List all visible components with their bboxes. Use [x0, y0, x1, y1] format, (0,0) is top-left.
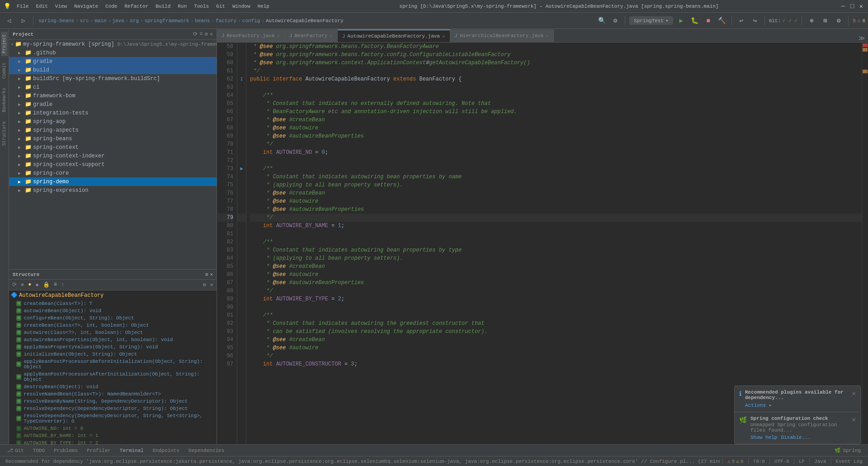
project-sync-button[interactable]: ⟳ — [193, 31, 198, 38]
menu-edit[interactable]: Edit — [33, 3, 51, 10]
breadcrumb-spring-beans[interactable]: spring-beans — [38, 18, 74, 24]
notification-plugins-close[interactable]: ✕ — [852, 390, 856, 397]
tree-spring-core[interactable]: ▶ 📁 spring-core — [9, 169, 217, 177]
struct-btn-9[interactable]: ✕ — [209, 281, 215, 289]
notification-spring-close[interactable]: ✕ — [852, 416, 856, 423]
bottom-tab-terminal[interactable]: Terminal — [115, 447, 148, 454]
tree-buildsrc[interactable]: ▶ 📁 buildSrc [my-spring-framework.buildS… — [9, 74, 217, 83]
forward-button[interactable]: ▷ — [17, 14, 30, 27]
struct-applyAfter[interactable]: m applyBeanPostProcessorsAfterInitializa… — [9, 371, 217, 383]
project-expand-button[interactable]: ≡ — [199, 31, 203, 38]
replace-button[interactable]: ⊞ — [820, 15, 830, 26]
menu-code[interactable]: Code — [102, 3, 120, 10]
activity-commit[interactable]: Commit — [1, 60, 8, 81]
breadcrumb-main[interactable]: main — [94, 18, 106, 24]
struct-btn-1[interactable]: ⟳ — [11, 281, 18, 289]
struct-btn-5[interactable]: 🔒 — [42, 281, 51, 289]
struct-initializeBean[interactable]: m initializeBean(Object, String): Object — [9, 351, 217, 358]
breadcrumb-org[interactable]: org — [130, 18, 139, 24]
search-everywhere-button[interactable]: 🔍 — [596, 15, 607, 26]
menu-refactor[interactable]: Refactor — [121, 3, 151, 10]
struct-applyBefore[interactable]: m applyBeanPostProcessorsBeforeInitializ… — [9, 358, 217, 371]
tree-ci[interactable]: ▶ 📁 ci — [9, 83, 217, 91]
tree-root[interactable]: ▾ 📁 my-spring-framework [spring] D:\Java… — [9, 40, 217, 48]
project-settings-button[interactable]: ⚙ — [205, 31, 208, 38]
menu-build[interactable]: Build — [152, 3, 174, 10]
show-help-link[interactable]: Show help — [750, 435, 777, 440]
breadcrumb-class[interactable]: AutowireCapableBeanFactory — [266, 18, 344, 24]
struct-btn-4[interactable]: ◆ — [34, 281, 40, 289]
struct-resolveDependency-2[interactable]: m resolveDependency(DependencyDescriptor… — [9, 412, 217, 425]
bottom-tab-spring[interactable]: 🌿 Spring — [830, 447, 865, 454]
menu-file[interactable]: File — [14, 3, 32, 10]
struct-resolveDependency-1[interactable]: m resolveDependency(DependencyDescriptor… — [9, 405, 217, 412]
tree-spring-context-indexer[interactable]: ▶ 📁 spring-context-indexer — [9, 152, 217, 160]
minimize-button[interactable]: ─ — [840, 3, 846, 10]
tree-spring-context[interactable]: ▶ 📁 spring-context — [9, 143, 217, 152]
tree-gradle2[interactable]: ▶ 📁 gradle — [9, 100, 217, 109]
tree-spring-expression[interactable]: ▶ 📁 spring-expression — [9, 186, 217, 195]
settings-button[interactable]: ⚙ — [610, 15, 621, 26]
tree-build[interactable]: ▶ 📁 build — [9, 66, 217, 74]
status-line-sep[interactable]: LF — [797, 459, 807, 464]
struct-autowireBean[interactable]: m autowireBean(Object): void — [9, 307, 217, 314]
back-button[interactable]: ◁ — [3, 14, 15, 27]
error-marker[interactable] — [863, 43, 868, 47]
disable-link[interactable]: Disable... — [781, 435, 811, 440]
menu-window[interactable]: Window — [229, 3, 254, 10]
notification-actions-link[interactable]: Actions ▸ — [745, 402, 772, 408]
bottom-tab-dependencies[interactable]: Dependencies — [184, 447, 229, 454]
tab-more-button[interactable]: ≫ — [859, 34, 865, 42]
run-config-selector[interactable]: SpringTest ▾ — [629, 16, 673, 25]
status-lang[interactable]: Java — [812, 459, 828, 464]
tree-framework-bom[interactable]: ▶ 📁 framework-bom — [9, 91, 217, 100]
status-errors-item[interactable]: ⚠ 5 ⚠ 6 — [726, 458, 745, 464]
tab-hierarchical[interactable]: J HierarchicalBeanFactory.java ✕ — [450, 29, 554, 42]
struct-createBean-2[interactable]: m createBean(Class<?>, int, boolean): Ob… — [9, 322, 217, 329]
tree-spring-demo[interactable]: ▶ 📁 spring-demo — [9, 177, 217, 186]
struct-autowireBeanProperties[interactable]: m autowireBeanProperties(Object, int, bo… — [9, 336, 217, 343]
warning-marker-2[interactable] — [863, 70, 868, 73]
breadcrumb-factory[interactable]: factory — [216, 18, 236, 24]
tree-spring-aop[interactable]: ▶ 📁 spring-aop — [9, 117, 217, 126]
struct-autowire[interactable]: m autowire(Class<?>, int, boolean): Obje… — [9, 329, 217, 336]
activity-bookmarks[interactable]: Bookmarks — [1, 85, 8, 115]
status-line-col[interactable]: 79:8 — [751, 459, 767, 464]
more-button[interactable]: ⚙ — [833, 15, 844, 26]
tree-github[interactable]: ▶ 📁 .github — [9, 48, 217, 57]
structure-settings[interactable]: ⚙ — [205, 271, 208, 277]
struct-AUTOWIRE_BY_TYPE[interactable]: c AUTOWIRE_BY_TYPE: int = 2 — [9, 439, 217, 444]
redo-button[interactable]: ↪ — [750, 15, 760, 26]
struct-resolveBeanByName[interactable]: m resolveBeanByName(String, DependencyDe… — [9, 398, 217, 405]
tab-autowire-capable[interactable]: J AutowireCapableBeanFactory.java ✕ — [338, 29, 450, 42]
debug-button[interactable]: 🐛 — [689, 15, 700, 26]
menu-tools[interactable]: Tools — [191, 3, 212, 10]
project-close-button[interactable]: ✕ — [210, 31, 213, 38]
status-encoding[interactable]: UTF-8 — [773, 459, 791, 464]
menu-view[interactable]: View — [52, 3, 70, 10]
warning-marker[interactable] — [863, 48, 868, 52]
tree-spring-beans[interactable]: ▶ 📁 spring-beans — [9, 134, 217, 143]
tree-integration-tests[interactable]: ▶ 📁 integration-tests — [9, 109, 217, 117]
undo-button[interactable]: ↩ — [736, 15, 747, 26]
find-button[interactable]: ⊕ — [806, 15, 817, 26]
fold-gutter-icon[interactable]: ▶ — [237, 165, 246, 173]
struct-btn-6[interactable]: ≡ — [52, 281, 58, 289]
tree-spring-context-support[interactable]: ▶ 📁 spring-context-support — [9, 160, 217, 169]
struct-btn-7[interactable]: ↕ — [60, 281, 66, 289]
menu-git[interactable]: Git — [213, 3, 228, 10]
struct-createBean-1[interactable]: m createBean(Class<T>): T — [9, 300, 217, 307]
menu-navigate[interactable]: Navigate — [71, 3, 101, 10]
tab-beanfactory-java[interactable]: J BeanFactory.java ✕ — [217, 29, 285, 42]
struct-AUTOWIRE_NO[interactable]: c AUTOWIRE_NO: int = 0 — [9, 425, 217, 432]
status-event-log[interactable]: Event Log — [834, 459, 864, 464]
struct-resolveNamedBean[interactable]: m resolveNamedBean(Class<T>): NamedBeanH… — [9, 390, 217, 398]
breadcrumb-springframework[interactable]: springframework — [145, 18, 189, 24]
bottom-tab-profiler[interactable]: Profiler — [82, 447, 115, 454]
bottom-tab-problems[interactable]: Problems — [49, 447, 82, 454]
tree-spring-aspects[interactable]: ▶ 📁 spring-aspects — [9, 126, 217, 134]
menu-help[interactable]: Help — [255, 3, 273, 10]
activity-structure[interactable]: Structure — [1, 119, 8, 148]
close-button[interactable]: ✕ — [858, 3, 864, 10]
activity-project[interactable]: Project — [1, 32, 8, 56]
